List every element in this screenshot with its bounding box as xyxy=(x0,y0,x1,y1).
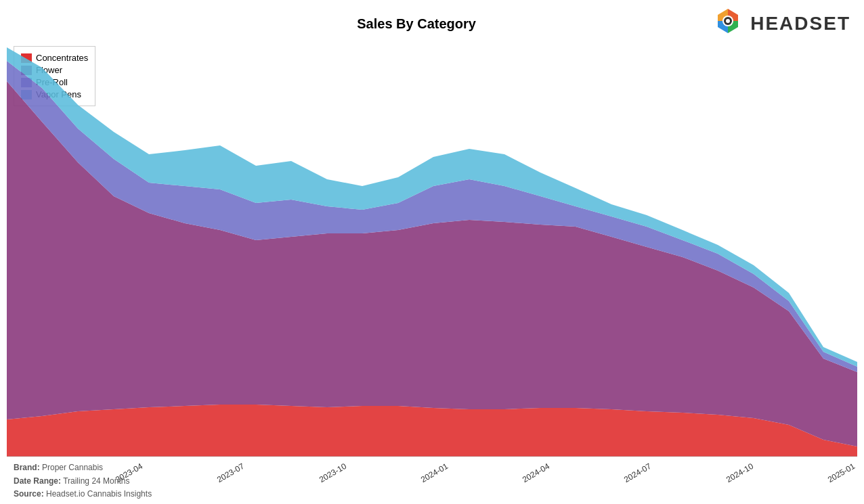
x-label-6: 2024-07 xyxy=(622,461,653,484)
footer-source: Source: Headset.io Cannabis Insights xyxy=(14,488,152,501)
headset-logo-icon xyxy=(711,7,745,41)
chart-container: Sales By Category HEADSET Concentrat xyxy=(0,0,864,504)
x-label-3: 2023-10 xyxy=(317,461,347,484)
footer-brand-label: Brand: xyxy=(14,463,40,472)
logo-text: HEADSET xyxy=(750,13,850,35)
x-label-4: 2024-01 xyxy=(419,461,450,484)
area-chart xyxy=(7,41,857,457)
footer-date-value: Trailing 24 Months xyxy=(63,476,129,486)
x-label-5: 2024-04 xyxy=(521,461,551,484)
footer-brand-value: Proper Cannabis xyxy=(42,463,103,472)
footer-date-label: Date Range: xyxy=(14,476,61,486)
x-label-8: 2025-01 xyxy=(826,461,857,484)
chart-title: Sales By Category xyxy=(122,16,711,32)
logo-area: HEADSET xyxy=(711,7,850,41)
footer-brand: Brand: Proper Cannabis xyxy=(14,461,152,474)
footer-info: Brand: Proper Cannabis Date Range: Trail… xyxy=(14,461,152,501)
footer-date-range: Date Range: Trailing 24 Months xyxy=(14,475,152,488)
x-label-7: 2024-10 xyxy=(725,461,755,484)
footer-source-label: Source: xyxy=(14,489,44,499)
header: Sales By Category HEADSET xyxy=(0,0,864,44)
footer-source-value: Headset.io Cannabis Insights xyxy=(46,489,152,499)
svg-point-3 xyxy=(726,19,730,23)
x-label-2: 2023-07 xyxy=(215,461,246,484)
